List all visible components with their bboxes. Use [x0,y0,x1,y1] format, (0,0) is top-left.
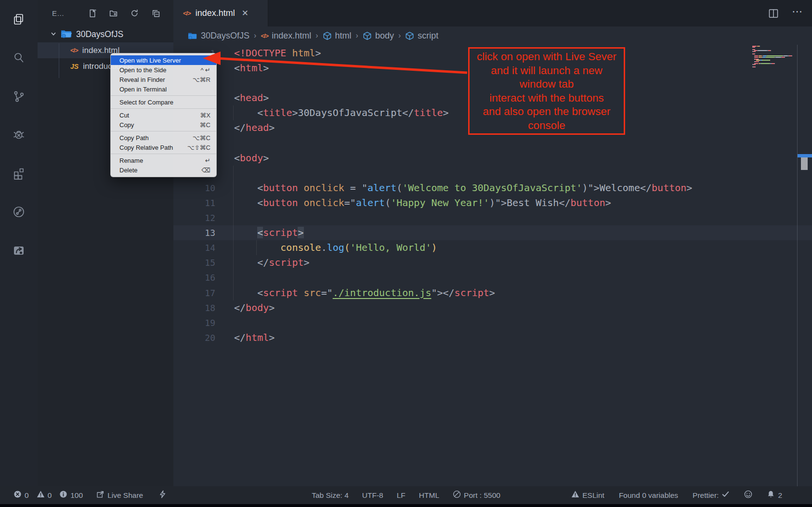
status-eslint[interactable]: ESLint [571,490,604,500]
activity-bar [0,0,38,486]
annotation-text-line: interact with the buttons [470,91,624,105]
breadcrumb-separator: › [254,31,256,40]
line-number: 14 [173,240,215,255]
menu-separator [111,131,216,131]
status-port-5500[interactable]: Port : 5500 [453,490,500,500]
menu-item-select-for-compare[interactable]: Select for Compare [111,97,216,107]
line-number: 12 [173,210,215,225]
status-left: 00100Live Share [13,486,167,504]
html-file-icon: </> [70,47,78,54]
breadcrumb: 30DaysOfJS›</>index.html›html›body›scrip… [173,26,812,45]
new-file-icon[interactable] [88,9,96,17]
folder-open-icon [61,29,72,40]
indent-guide [233,166,234,300]
warning-outline-icon [571,490,579,500]
menu-item-delete[interactable]: Delete⌫ [111,165,216,175]
code-line-9[interactable]: 9 [173,166,812,181]
code-line-8[interactable]: 8<body> [173,151,812,166]
status-found-0-variables[interactable]: Found 0 variables [619,491,678,500]
status-bar: 00100Live Share Tab Size: 4UTF-8LFHTMLPo… [0,486,812,504]
status-prettier[interactable]: Prettier: [693,490,730,500]
tab-strip: </> index.html ✕ [173,0,812,26]
status-smiley[interactable] [744,490,752,500]
annotation-text-line: console [470,119,624,133]
activity-live-share-icon[interactable] [0,193,38,231]
indent-guide [233,105,234,120]
error-circle-icon [13,490,22,500]
code-line-15[interactable]: 15 </script> [173,255,812,270]
activity-explorer-icon[interactable] [0,0,38,39]
activity-run-debug-icon[interactable] [0,116,38,154]
breadcrumb-html[interactable]: html [323,31,352,41]
status-100[interactable]: 100 [59,490,83,500]
scrollbar-thumb[interactable] [801,157,808,170]
split-editor-icon[interactable] [768,8,779,19]
menu-item-reveal-in-finder[interactable]: Reveal in Finder⌥⌘R [111,75,216,84]
tree-folder-30daysofjs[interactable]: 30DaysOfJS [38,26,173,42]
menu-item-rename[interactable]: Rename↵ [111,156,216,165]
activity-share-icon[interactable] [0,231,38,270]
status-0[interactable]: 0 [37,490,52,500]
menu-item-copy-path[interactable]: Copy Path⌥⌘C [111,133,216,143]
annotation-text-line: window tab [470,78,624,91]
menu-item-open-in-terminal[interactable]: Open in Terminal [111,84,216,94]
menu-item-cut[interactable]: Cut⌘X [111,110,216,120]
breadcrumb-script[interactable]: script [405,31,438,41]
code-line-11[interactable]: 11 <button onclick="alert('Happy New Yea… [173,195,812,210]
status-live-share[interactable]: Live Share [96,490,143,500]
menu-item-open-with-live-server[interactable]: Open with Live Server [111,55,216,65]
breadcrumb-index.html[interactable]: </>index.html [261,31,311,41]
tab-index-html[interactable]: </> index.html ✕ [173,0,268,26]
menu-item-copy[interactable]: Copy⌘C [111,120,216,130]
line-number: 15 [173,255,215,270]
line-number: 10 [173,181,215,195]
collapse-all-icon[interactable] [152,9,160,17]
activity-extensions-icon[interactable] [0,154,38,193]
code-line-13[interactable]: 13 <script> [173,225,812,240]
context-menu: Open with Live ServerOpen to the Side^ ↵… [110,53,217,177]
refresh-icon[interactable] [131,9,139,17]
explorer-header: E… [38,0,173,26]
check-icon [721,490,730,500]
slash-circle-icon [453,490,461,500]
activity-search-icon[interactable] [0,39,38,77]
menu-item-copy-relative-path[interactable]: Copy Relative Path⌥⇧⌘C [111,143,216,152]
more-actions-icon[interactable]: ⋯ [792,9,803,18]
new-folder-icon[interactable] [109,9,118,17]
status-lf[interactable]: LF [397,491,406,500]
status-utf-8[interactable]: UTF-8 [362,491,383,500]
status-2[interactable]: 2 [767,490,782,500]
breadcrumb-body[interactable]: body [363,31,394,41]
info-circle-icon [59,490,67,500]
menu-item-open-to-the-side[interactable]: Open to the Side^ ↵ [111,65,216,75]
code-line-19[interactable]: 19 [173,315,812,330]
line-number: 18 [173,300,215,315]
code-line-17[interactable]: 17 <script src="./introduction.js"></scr… [173,286,812,300]
warning-filled-icon [37,490,45,500]
tab-close-icon[interactable]: ✕ [242,8,249,18]
line-number: 17 [173,286,215,300]
activity-source-control-icon[interactable] [0,77,38,116]
status-lightning[interactable] [158,490,167,500]
line-number: 19 [173,315,215,330]
indent-guide [256,240,257,255]
status-right: ESLintFound 0 variablesPrettier:2 [571,486,782,504]
code-line-10[interactable]: 10 <button onclick = "alert('Welcome to … [173,181,812,195]
tab-label: index.html [196,8,235,18]
status-0[interactable]: 0 [13,490,29,500]
breadcrumb-30DaysOfJS[interactable]: 30DaysOfJS [188,31,249,41]
code-line-12[interactable]: 12 [173,210,812,225]
annotation-box: click on open with Live Severand it will… [468,47,625,135]
code-line-16[interactable]: 16 [173,270,812,285]
smiley-icon [744,490,752,500]
js-file-icon: JS [70,63,79,70]
code-line-7[interactable]: 7 [173,136,812,151]
html-file-icon: </> [183,10,191,17]
tree-indent-guide [59,43,59,78]
code-line-14[interactable]: 14 console.log('Hello, World') [173,240,812,255]
status-tab-size-4[interactable]: Tab Size: 4 [312,491,349,500]
code-line-18[interactable]: 18</body> [173,300,812,315]
code-line-20[interactable]: 20</html> [173,330,812,345]
minimap[interactable] [752,46,795,67]
status-html[interactable]: HTML [419,491,439,500]
